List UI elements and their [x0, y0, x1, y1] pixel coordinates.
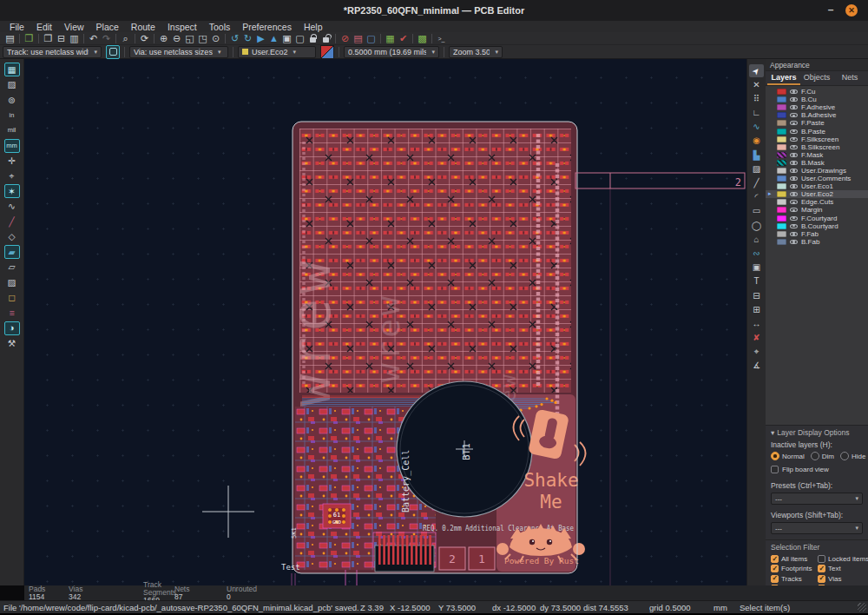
- zoom-fit-icon[interactable]: ◱: [183, 33, 196, 44]
- menu-item[interactable]: Inspect: [161, 22, 203, 32]
- visibility-eye-icon[interactable]: [790, 136, 798, 143]
- layer-row[interactable]: User.Eco2: [766, 190, 868, 198]
- zone-fracture-icon[interactable]: ▨: [4, 275, 20, 289]
- drc-icon[interactable]: ✔: [397, 33, 410, 44]
- zoom-selection-icon[interactable]: ⊙: [209, 33, 222, 44]
- dimension-icon[interactable]: ↔: [749, 317, 764, 330]
- layer-row[interactable]: F.Mask: [766, 151, 868, 159]
- radio-icon[interactable]: [811, 452, 819, 460]
- layer-color-swatch[interactable]: [777, 199, 786, 205]
- sep[interactable]: [151, 33, 157, 44]
- layer-row[interactable]: F.Adhesive: [766, 103, 868, 111]
- units-mm-icon[interactable]: mm: [4, 139, 20, 153]
- layer-row[interactable]: B.Adhesive: [766, 111, 868, 119]
- visibility-eye-icon[interactable]: [790, 119, 798, 127]
- layer-color-swatch[interactable]: [777, 152, 786, 158]
- draw-bezier-icon[interactable]: ∾: [749, 247, 764, 260]
- layer-row[interactable]: F.Fab: [766, 230, 868, 238]
- paste-icon[interactable]: ❐: [42, 33, 55, 44]
- layer-color-swatch[interactable]: [777, 89, 786, 95]
- layer-color-swatch[interactable]: [777, 168, 786, 174]
- units-inches-icon[interactable]: in: [4, 109, 20, 122]
- checkbox-icon[interactable]: [818, 565, 825, 572]
- visibility-eye-icon[interactable]: [790, 238, 798, 246]
- layer-color-swatch[interactable]: [777, 160, 786, 166]
- zoom-fit-objects-icon[interactable]: ◳: [196, 33, 209, 44]
- layer-color-swatch[interactable]: [777, 96, 786, 102]
- layer-row[interactable]: F.Silkscreen: [766, 136, 868, 143]
- radio-option[interactable]: Hide: [840, 452, 865, 460]
- polar-coordinates-icon[interactable]: ⊚: [4, 93, 20, 107]
- viewports-select[interactable]: --- ▾: [771, 522, 863, 534]
- visibility-eye-icon[interactable]: [790, 175, 798, 182]
- visibility-eye-icon[interactable]: [790, 103, 798, 111]
- layer-color-swatch[interactable]: [777, 120, 786, 126]
- layer-color-swatch[interactable]: [777, 207, 786, 213]
- layer-color-swatch[interactable]: [777, 129, 786, 135]
- rotate-ccw-icon[interactable]: ↺: [228, 33, 241, 44]
- plugins-icon[interactable]: ▩: [416, 33, 429, 44]
- sep[interactable]: [429, 33, 435, 44]
- grid-select[interactable]: 0.5000 mm (19.69 mils) ▾: [344, 46, 439, 58]
- filter-option[interactable]: All items: [771, 555, 818, 563]
- plot-icon[interactable]: ▥: [68, 33, 81, 44]
- visibility-eye-icon[interactable]: [790, 88, 798, 96]
- print-icon[interactable]: ⊟: [55, 33, 68, 44]
- flip-board-checkbox[interactable]: [771, 466, 779, 473]
- board-setup-icon[interactable]: ❒: [23, 33, 36, 44]
- zoom-select[interactable]: Zoom 3.50 ▾: [449, 46, 503, 58]
- display-3d-icon[interactable]: ▢: [365, 33, 378, 44]
- tune-length-icon[interactable]: ∿: [749, 121, 764, 134]
- pads-sketch-icon[interactable]: ◻: [4, 291, 20, 305]
- layer-row[interactable]: User.Drawings: [766, 167, 868, 175]
- menu-item[interactable]: Tools: [203, 22, 237, 32]
- layer-color-swatch[interactable]: [777, 223, 786, 229]
- sep[interactable]: [410, 33, 416, 44]
- zone-filled-icon[interactable]: ▰: [4, 245, 20, 259]
- sep[interactable]: [132, 33, 138, 44]
- checkbox-icon[interactable]: [771, 565, 779, 572]
- visibility-eye-icon[interactable]: [790, 190, 798, 198]
- place-table-icon[interactable]: ⊞: [749, 303, 764, 316]
- undo-icon[interactable]: ↶: [87, 33, 100, 44]
- menu-item[interactable]: Place: [90, 22, 125, 32]
- ratsnest-icon[interactable]: ✶: [4, 184, 20, 198]
- layer-row[interactable]: User.Comments: [766, 175, 868, 182]
- active-layer-select[interactable]: User.Eco2 ▾: [238, 46, 316, 58]
- radio-option[interactable]: Normal: [771, 452, 805, 460]
- zone-outline-icon[interactable]: ▱: [4, 261, 20, 274]
- cursor-shape-icon[interactable]: ✛: [4, 154, 20, 168]
- sep[interactable]: [378, 33, 384, 44]
- rule-area-icon[interactable]: ▨: [749, 162, 764, 175]
- visibility-eye-icon[interactable]: [790, 215, 798, 222]
- console-icon[interactable]: >_: [435, 33, 448, 44]
- visibility-eye-icon[interactable]: [790, 111, 798, 119]
- local-ratsnest-icon[interactable]: ✕: [749, 78, 764, 91]
- tools-icon[interactable]: ⚒: [4, 336, 20, 350]
- menu-item[interactable]: Route: [125, 22, 161, 32]
- flip-vertical-icon[interactable]: ▲: [267, 33, 280, 44]
- update-board-icon[interactable]: ▦: [384, 33, 397, 44]
- close-button[interactable]: ✕: [845, 4, 858, 17]
- layer-color-swatch[interactable]: [777, 136, 786, 142]
- radio-option[interactable]: Dim: [811, 452, 834, 460]
- drag-icon[interactable]: ◇: [4, 230, 20, 244]
- visibility-eye-icon[interactable]: [790, 151, 798, 159]
- unlock-icon[interactable]: [319, 33, 332, 44]
- layer-color-swatch[interactable]: [777, 231, 786, 237]
- visibility-eye-icon[interactable]: [790, 167, 798, 175]
- delete-tool-icon[interactable]: ✘: [749, 332, 764, 345]
- layer-color-swatch[interactable]: [777, 175, 786, 182]
- track-width-select[interactable]: Track: use netclass width ▾: [3, 46, 102, 58]
- place-footprint-icon[interactable]: ⠿: [749, 92, 764, 105]
- draw-polygon-icon[interactable]: ⌂: [749, 233, 764, 246]
- collapse-arrow-icon[interactable]: ▾: [771, 428, 774, 437]
- layer-color-swatch[interactable]: [777, 104, 786, 110]
- filter-option[interactable]: Locked items: [818, 555, 868, 563]
- zoom-in-icon[interactable]: ⊕: [157, 33, 170, 44]
- layer-row[interactable]: B.Paste: [766, 127, 868, 135]
- visibility-eye-icon[interactable]: [790, 206, 798, 214]
- visibility-eye-icon[interactable]: [790, 222, 798, 230]
- redo-icon[interactable]: ↷: [100, 33, 113, 44]
- menu-item[interactable]: Help: [298, 22, 329, 32]
